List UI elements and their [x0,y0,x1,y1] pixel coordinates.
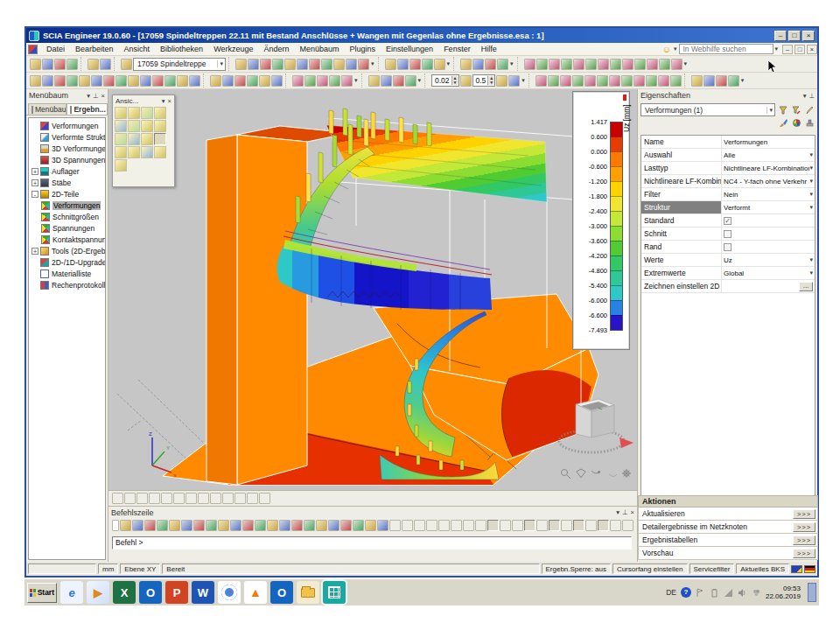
tool-icon[interactable] [132,520,144,531]
tool-icon[interactable] [622,59,634,70]
taskbar-chrome[interactable] [218,581,241,604]
tool-icon[interactable] [561,520,572,531]
group-dropdown-icon[interactable]: ▾ [370,60,375,67]
activity-icon[interactable] [497,59,508,70]
save-all-icon[interactable] [66,59,78,70]
project-selector[interactable]: 17059 Spindeltreppe ▾ [133,58,226,71]
tree-item-schnittgroessen[interactable]: Schnittgrößen [29,211,105,222]
panel-dropdown-icon[interactable]: ▾ [803,92,807,100]
mdi-minimize-button[interactable]: – [782,45,793,54]
help-tray-icon[interactable]: ? [681,587,691,598]
tool-icon[interactable] [610,520,621,531]
snap-toggle-icon[interactable] [549,520,560,531]
tool-icon[interactable] [66,75,78,87]
taskbar-outlook-2[interactable]: O [270,581,293,604]
tree-item-3d-spannungen[interactable]: 3D Spannungen [29,154,105,165]
tool-icon[interactable] [152,75,164,87]
status-service-filter[interactable]: Servicefilter [690,564,735,574]
tool-icon[interactable] [54,75,66,87]
tool-icon[interactable] [120,520,131,531]
view-save-icon[interactable] [128,146,140,158]
tool-icon[interactable] [279,520,290,531]
checkbox-icon[interactable] [724,243,732,251]
tool-icon[interactable] [475,520,486,531]
spin-down-icon[interactable]: ▼ [488,80,494,85]
snap-toggle-icon[interactable] [573,520,584,531]
checkbox-checked-icon[interactable]: ✓ [724,217,732,225]
tool-icon[interactable] [235,59,247,70]
mdi-document-icon[interactable] [28,45,38,54]
search-dropdown-icon[interactable]: ▾ [774,46,778,52]
3d-viewport[interactable]: Z Y X [108,89,637,490]
tool-icon[interactable] [247,493,258,504]
dropdown-arrow-icon[interactable]: ▾ [809,256,813,263]
group-dropdown-icon[interactable]: ▾ [521,77,526,84]
selector-dropdown-icon[interactable]: ▾ [766,107,773,114]
view-tool-icon[interactable] [115,107,127,119]
tree-item-staebe[interactable]: +Stäbe [29,177,105,188]
tree-item-2d-1d-upgrade[interactable]: 2D-/1D-Upgrade [29,256,105,268]
menu-item-ansicht[interactable]: Ansicht [119,44,156,54]
zoom-window-icon[interactable] [115,133,127,145]
select-arrow-icon[interactable] [112,520,119,531]
property-row-schnitt[interactable]: Schnitt [641,228,815,241]
tool-icon[interactable] [149,493,160,504]
open-folder-icon[interactable] [42,59,53,70]
group-dropdown-icon[interactable]: ▾ [354,77,359,84]
expand-toggle[interactable] [32,122,38,130]
tab-ergebnisse[interactable]: Ergebn...× [66,103,108,115]
ansicht-toolbox[interactable]: Ansic... ▾ × [112,94,175,187]
menu-item-einstellungen[interactable]: Einstellungen [381,44,438,54]
tool-icon[interactable] [414,520,425,531]
tool-icon[interactable] [210,75,221,87]
tool-icon[interactable] [512,520,523,531]
panel-dropdown-icon[interactable]: ▾ [616,508,620,516]
search-icon[interactable] [292,75,304,87]
tool-icon[interactable] [91,75,102,87]
tool-icon[interactable] [634,75,645,87]
tool-icon[interactable] [670,75,682,87]
expand-toggle[interactable] [32,270,38,277]
tool-icon[interactable] [177,75,188,87]
tool-icon[interactable] [144,520,156,531]
tool-icon[interactable] [716,75,727,87]
tool-icon[interactable] [321,59,332,70]
tool-icon[interactable] [573,59,584,70]
tool-icon[interactable] [646,75,657,87]
tool-icon[interactable] [328,520,340,531]
tool-icon[interactable] [304,520,315,531]
expand-toggle[interactable]: + [32,168,38,175]
command-line-header[interactable]: Befehlszeile ▾ ⊥ × [108,507,637,518]
smiley-dropdown-icon[interactable]: ▾ [674,46,677,52]
paint-icon[interactable] [460,59,472,70]
tool-icon[interactable] [365,520,376,531]
action-run-button[interactable]: >>> [793,522,816,532]
tool-icon[interactable] [42,75,53,87]
clock[interactable]: 09:53 22.06.2019 [766,584,803,600]
expand-toggle[interactable]: + [32,179,38,186]
minimize-button[interactable]: – [774,31,787,41]
menu-item-aendern[interactable]: Ändern [258,44,294,54]
tree-item-2d-verformungen[interactable]: Verformungen [29,200,105,211]
tool-icon[interactable] [536,520,548,531]
tool-icon[interactable] [561,59,572,70]
status-plane[interactable]: Ebene XY [120,564,160,574]
table-icon[interactable] [422,59,433,70]
taskbar-vlc[interactable]: ▲ [244,581,267,604]
tool-icon[interactable] [259,75,270,87]
tool-icon[interactable] [691,75,703,87]
tool-icon[interactable] [272,59,284,70]
tray-flag-icon[interactable] [696,588,705,598]
expand-toggle[interactable]: - [32,191,38,198]
light-icon[interactable] [115,146,127,158]
tool-icon[interactable] [136,493,148,504]
web-help-search-input[interactable] [679,44,774,54]
tool-icon[interactable] [647,59,658,70]
view-tool-icon[interactable] [115,159,127,172]
tree-item-2d-teile[interactable]: -2D-Teile [29,188,105,200]
gallery-icon[interactable] [434,59,445,70]
tool-icon[interactable] [500,520,511,531]
tool-icon[interactable] [222,75,234,87]
taskbar-powerpoint[interactable]: P [165,581,188,604]
property-row-rand[interactable]: Rand [641,241,815,254]
